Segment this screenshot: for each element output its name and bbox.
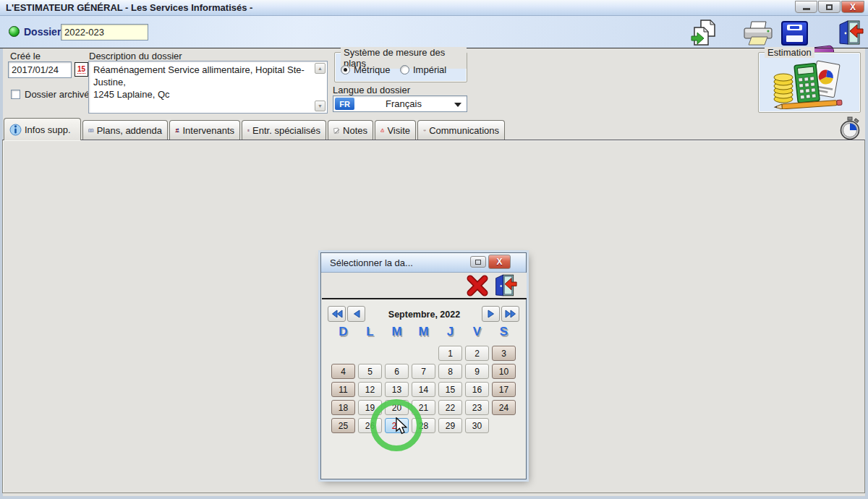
calendar-day-23[interactable]: 23 — [465, 400, 489, 415]
description-textarea[interactable]: Réaménagement Service allimentaire, Hopi… — [88, 61, 328, 114]
calendar-day-2[interactable]: 2 — [465, 346, 489, 361]
dialog-close-button[interactable]: X — [488, 255, 511, 269]
title-bar: L'ESTIMATEUR GÉNÉRAL - Les Services Info… — [0, 0, 868, 16]
next-year-button[interactable] — [501, 306, 519, 322]
people-icon — [247, 124, 250, 136]
tab-label: Notes — [343, 125, 367, 136]
print-button[interactable] — [741, 20, 775, 47]
double-right-arrow-icon — [505, 310, 516, 318]
tab-label: Visite — [387, 125, 410, 136]
save-button[interactable] — [781, 21, 808, 46]
cancel-icon[interactable] — [467, 275, 488, 297]
calendar-day-5[interactable]: 5 — [358, 364, 382, 379]
created-date-input[interactable]: 2017/01/24 — [8, 61, 72, 78]
notes-icon — [333, 124, 340, 137]
calendar-empty-cell — [492, 418, 516, 433]
dialog-title-bar: Sélectionner la da... X — [321, 253, 526, 273]
people-icon — [175, 124, 179, 136]
description-label: Description du dossier — [89, 51, 182, 61]
export-document-icon — [691, 19, 717, 48]
timer-button[interactable] — [839, 116, 861, 142]
language-flag-badge: FR — [335, 98, 354, 110]
tab-intervenants[interactable]: Intervenants — [169, 120, 240, 140]
calendar-day-header: S — [492, 325, 516, 339]
archived-label: Dossier archivé — [25, 89, 90, 100]
tab-label: Communications — [429, 125, 499, 136]
calendar-day-16[interactable]: 16 — [465, 382, 489, 397]
calendar-day-13[interactable]: 13 — [385, 382, 409, 397]
calendar-day-1[interactable]: 1 — [438, 346, 462, 361]
calendar-day-29[interactable]: 29 — [438, 418, 462, 433]
scroll-down-button[interactable]: ▼ — [315, 101, 326, 111]
tab-plans-addenda[interactable]: Plans, addenda — [82, 120, 168, 140]
tab-entr-specialises[interactable]: Entr. spécialisés — [242, 120, 326, 140]
calendar-day-header: D — [331, 325, 355, 339]
prev-month-button[interactable] — [347, 306, 365, 322]
restore-icon — [475, 260, 481, 265]
calendar-day-14[interactable]: 14 — [412, 382, 435, 397]
calendar-day-10[interactable]: 10 — [492, 364, 516, 379]
calendar-day-18[interactable]: 18 — [331, 400, 355, 415]
antenna-icon — [423, 124, 426, 137]
tab-communications[interactable]: Communications — [417, 120, 505, 140]
app-window: L'ESTIMATEUR GÉNÉRAL - Les Services Info… — [0, 0, 868, 499]
calendar-day-4[interactable]: 4 — [331, 364, 355, 379]
next-month-button[interactable] — [482, 306, 500, 322]
calendar-day-headers: DLMMJVS — [331, 325, 516, 339]
imperial-radio[interactable] — [400, 65, 409, 74]
export-document-button[interactable] — [690, 18, 718, 48]
tab-label: Entr. spécialisés — [252, 125, 320, 136]
tab-label: Infos supp. — [25, 124, 71, 135]
calendar-day-6[interactable]: 6 — [385, 364, 409, 379]
minimize-icon — [803, 8, 810, 10]
calendar-day-22[interactable]: 22 — [438, 400, 462, 415]
minimize-button[interactable] — [795, 1, 817, 13]
dialog-restore-button[interactable] — [470, 256, 486, 268]
scroll-up-button[interactable]: ▲ — [315, 63, 326, 74]
exit-icon[interactable] — [493, 273, 517, 297]
dossier-input[interactable]: 2022-023 — [61, 24, 148, 40]
print-icon — [742, 21, 774, 47]
archived-checkbox[interactable] — [11, 90, 20, 99]
estimation-fieldset[interactable]: Estimation — [758, 52, 861, 113]
tab-label: Plans, addenda — [97, 125, 162, 136]
created-calendar-button[interactable]: 15 — [75, 62, 88, 77]
language-dropdown[interactable]: FR Français — [333, 95, 467, 112]
stopwatch-icon — [839, 116, 861, 140]
calendar-day-17[interactable]: 17 — [492, 382, 516, 397]
calendar-day-24[interactable]: 24 — [492, 400, 516, 415]
calendar-empty-cell — [412, 346, 435, 361]
close-button[interactable]: X — [841, 1, 864, 13]
tab-infos-supp[interactable]: Infos supp. — [4, 118, 81, 140]
calendar-day-30[interactable]: 30 — [465, 418, 489, 433]
floppy-label — [786, 35, 803, 42]
tab-visite[interactable]: Visite — [375, 120, 416, 140]
date-picker-dialog: Sélectionner la da... X — [320, 252, 527, 479]
calendar-day-3[interactable]: 3 — [492, 346, 516, 361]
prev-year-button[interactable] — [328, 306, 346, 322]
created-date-value: 2017/01/24 — [12, 64, 59, 75]
status-ball-icon — [9, 26, 20, 37]
calendar-day-9[interactable]: 9 — [465, 364, 489, 379]
tab-notes[interactable]: Notes — [328, 120, 373, 140]
calendar-day-header: L — [358, 325, 382, 339]
calendar-day-12[interactable]: 12 — [358, 382, 382, 397]
exit-icon — [837, 20, 864, 46]
calendar-day-8[interactable]: 8 — [438, 364, 462, 379]
calendar-day-11[interactable]: 11 — [331, 382, 355, 397]
imperial-label: Impérial — [413, 64, 446, 75]
calendar-day-7[interactable]: 7 — [412, 364, 435, 379]
info-icon — [9, 124, 22, 136]
calendar-day-15[interactable]: 15 — [438, 382, 462, 397]
tab-label: Intervenants — [182, 125, 234, 136]
metric-radio[interactable] — [341, 65, 350, 74]
calendar-empty-cell — [331, 346, 355, 361]
calendar-day-header: J — [438, 325, 462, 339]
window-title: L'ESTIMATEUR GÉNÉRAL - Les Services Info… — [6, 2, 252, 13]
dossier-value: 2022-023 — [64, 27, 104, 38]
calendar-day-25[interactable]: 25 — [331, 418, 355, 433]
close-icon: X — [850, 2, 856, 12]
exit-button[interactable] — [836, 19, 864, 46]
calendar-15-icon: 15 — [77, 66, 85, 74]
maximize-button[interactable] — [818, 1, 841, 13]
